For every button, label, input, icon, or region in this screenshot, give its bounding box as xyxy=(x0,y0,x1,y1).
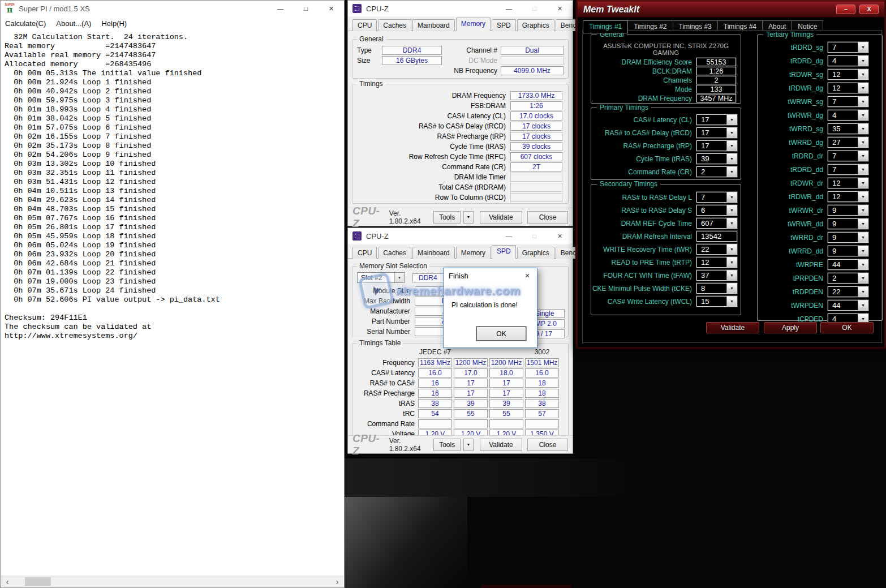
chevron-down-icon[interactable]: ▼ xyxy=(858,138,868,147)
chevron-down-icon[interactable]: ▼ xyxy=(858,205,868,215)
chevron-down-icon[interactable]: ▼ xyxy=(726,244,737,254)
menu-item[interactable]: Calculate(C) xyxy=(5,19,46,28)
tab-spd[interactable]: SPD xyxy=(492,245,516,259)
chevron-down-icon[interactable]: ▼ xyxy=(858,233,868,242)
chevron-down-icon[interactable]: ▼ xyxy=(726,128,737,138)
close-button[interactable]: Close xyxy=(527,439,568,451)
timing-combo[interactable]: 12 ▼ xyxy=(828,83,868,93)
timing-combo[interactable]: 22 ▼ xyxy=(696,244,737,255)
close-icon[interactable]: ✕ xyxy=(547,1,573,16)
timing-combo[interactable]: 22 ▼ xyxy=(828,286,868,297)
chevron-down-icon[interactable]: ▼ xyxy=(726,284,737,293)
validate-button[interactable]: Validate xyxy=(706,322,759,333)
timing-combo[interactable]: 607 ▼ xyxy=(696,218,737,229)
close-button[interactable]: Close xyxy=(527,211,568,224)
validate-button[interactable]: Validate xyxy=(480,211,522,224)
tab-caches[interactable]: Caches xyxy=(378,19,411,31)
chevron-down-icon[interactable]: ▼ xyxy=(858,42,868,52)
chevron-down-icon[interactable]: ▼ xyxy=(726,115,737,125)
timing-combo[interactable]: 12 ▼ xyxy=(828,69,868,80)
scroll-left-icon[interactable]: ‹ xyxy=(1,577,14,587)
chevron-down-icon[interactable]: ▼ xyxy=(858,110,868,120)
timing-combo[interactable]: 12 ▼ xyxy=(828,178,868,188)
minimize-icon[interactable]: — xyxy=(496,1,522,16)
scroll-thumb[interactable] xyxy=(25,577,51,586)
ok-button[interactable]: OK xyxy=(820,322,874,333)
timing-combo[interactable]: 4 ▼ xyxy=(828,110,868,121)
tab-memory[interactable]: Memory xyxy=(456,247,491,259)
chevron-down-icon[interactable]: ▼ xyxy=(858,83,868,93)
timing-combo[interactable]: 9 ▼ xyxy=(828,232,868,243)
chevron-down-icon[interactable]: ▼ xyxy=(726,167,737,177)
timing-combo[interactable]: 27 ▼ xyxy=(828,137,868,148)
tools-dropdown-icon[interactable]: ▼ xyxy=(463,211,474,224)
tab-cpu[interactable]: CPU xyxy=(352,19,377,31)
chevron-down-icon[interactable]: ▼ xyxy=(858,260,868,269)
tools-button[interactable]: Tools xyxy=(433,439,461,451)
timing-combo[interactable]: 7 ▼ xyxy=(828,96,868,107)
chevron-down-icon[interactable]: ▼ xyxy=(858,192,868,201)
chevron-down-icon[interactable]: ▼ xyxy=(726,154,737,164)
minimize-icon[interactable]: — xyxy=(268,1,293,16)
tools-dropdown-icon[interactable]: ▼ xyxy=(463,439,474,451)
timing-combo[interactable]: 9 ▼ xyxy=(828,205,868,216)
chevron-down-icon[interactable]: ▼ xyxy=(858,124,868,134)
tab-graphics[interactable]: Graphics xyxy=(517,247,554,259)
minimize-icon[interactable]: – xyxy=(836,5,855,14)
timing-combo[interactable]: 17 ▼ xyxy=(696,114,737,125)
tab-cpu[interactable]: CPU xyxy=(352,247,377,259)
close-icon[interactable]: ✕ xyxy=(319,1,344,16)
tab-mainboard[interactable]: Mainboard xyxy=(412,247,455,259)
timing-combo[interactable]: 4 ▼ xyxy=(828,55,868,66)
close-icon[interactable]: ✕ xyxy=(547,228,573,244)
chevron-down-icon[interactable]: ▼ xyxy=(858,56,868,66)
tab-memory[interactable]: Memory xyxy=(456,18,491,31)
timing-combo[interactable]: 17 ▼ xyxy=(696,127,737,138)
tab-mainboard[interactable]: Mainboard xyxy=(412,19,455,31)
timing-combo[interactable]: 7 ▼ xyxy=(828,151,868,161)
timing-combo[interactable]: 37 ▼ xyxy=(696,270,737,281)
timing-combo[interactable]: 7 ▼ xyxy=(828,164,868,175)
timing-combo[interactable]: 9 ▼ xyxy=(828,218,868,229)
timing-combo[interactable]: 44 ▼ xyxy=(828,259,868,270)
tab-spd[interactable]: SPD xyxy=(492,19,516,31)
menu-item[interactable]: About...(A) xyxy=(56,19,91,28)
timing-combo[interactable]: 2 ▼ xyxy=(696,166,737,177)
tab-timings-1[interactable]: Timings #1 xyxy=(583,20,628,33)
refresh-interval-input[interactable]: 13542 xyxy=(696,231,737,242)
minimize-icon[interactable]: — xyxy=(496,228,522,244)
timing-combo[interactable]: 2 ▼ xyxy=(828,273,868,284)
horizontal-scrollbar[interactable]: ‹ › xyxy=(1,576,343,587)
timing-combo[interactable]: 9 ▼ xyxy=(828,246,868,256)
chevron-down-icon[interactable]: ▼ xyxy=(726,192,737,202)
tools-button[interactable]: Tools xyxy=(433,211,461,224)
chevron-down-icon[interactable]: ▼ xyxy=(726,257,737,267)
timing-combo[interactable]: 17 ▼ xyxy=(696,140,737,151)
tab-caches[interactable]: Caches xyxy=(378,247,411,259)
scroll-right-icon[interactable]: › xyxy=(331,577,343,587)
timing-combo[interactable]: 6 ▼ xyxy=(696,205,737,216)
timing-combo[interactable]: 35 ▼ xyxy=(828,123,868,134)
chevron-down-icon[interactable]: ▼ xyxy=(858,165,868,174)
timing-combo[interactable]: 15 ▼ xyxy=(696,296,737,307)
apply-button[interactable]: Apply xyxy=(764,322,817,333)
timing-combo[interactable]: 39 ▼ xyxy=(696,153,737,164)
timing-combo[interactable]: 7 ▼ xyxy=(828,42,868,53)
chevron-down-icon[interactable]: ▼ xyxy=(858,246,868,256)
menu-item[interactable]: Help(H) xyxy=(101,19,127,28)
timing-combo[interactable]: 12 ▼ xyxy=(828,191,868,202)
chevron-down-icon[interactable]: ▼ xyxy=(726,271,737,280)
chevron-down-icon[interactable]: ▼ xyxy=(726,218,737,228)
validate-button[interactable]: Validate xyxy=(480,439,522,451)
chevron-down-icon[interactable]: ▼ xyxy=(726,297,737,306)
ok-button[interactable]: OK xyxy=(476,327,526,341)
timing-combo[interactable]: 12 ▼ xyxy=(696,257,737,268)
timing-combo[interactable]: 7 ▼ xyxy=(696,192,737,203)
chevron-down-icon[interactable]: ▼ xyxy=(858,219,868,229)
maximize-icon[interactable]: □ xyxy=(293,1,319,16)
chevron-down-icon[interactable]: ▼ xyxy=(858,287,868,297)
chevron-down-icon[interactable]: ▼ xyxy=(858,301,868,310)
chevron-down-icon[interactable]: ▼ xyxy=(726,141,737,151)
chevron-down-icon[interactable]: ▼ xyxy=(858,70,868,79)
chevron-down-icon[interactable]: ▼ xyxy=(726,205,737,215)
